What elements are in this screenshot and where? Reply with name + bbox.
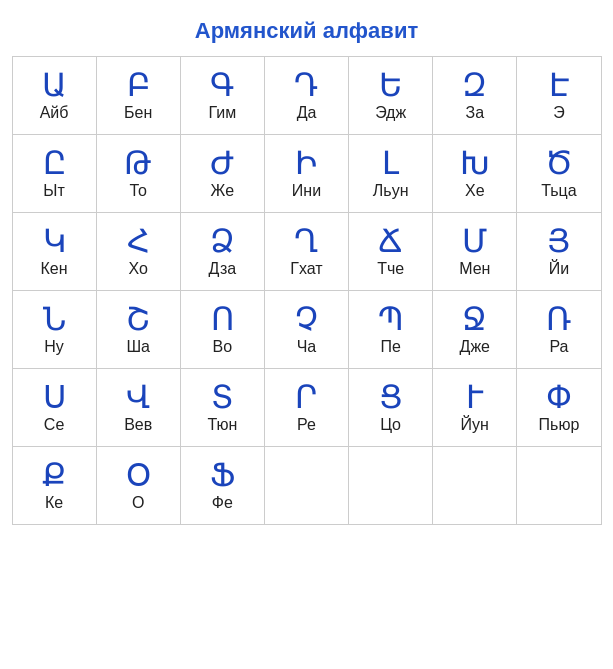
letter-name: Дза [209,259,237,280]
letter-name: Ра [549,337,568,358]
letter-name: Тьца [541,181,576,202]
alphabet-cell: ՑЦо [349,369,433,447]
armenian-char: Թ [124,146,152,181]
armenian-char: Կ [43,224,66,259]
page-title: Армянский алфавит [195,0,418,56]
armenian-char: Ծ [545,146,573,181]
alphabet-cell: ԺЖе [181,135,265,213]
armenian-char: Ռ [546,302,571,337]
alphabet-cell: ՊПе [349,291,433,369]
alphabet-cell: ԿКен [13,213,97,291]
alphabet-cell: ՅЙи [517,213,601,291]
armenian-char: Ղ [294,224,318,259]
alphabet-cell: ԽХе [433,135,517,213]
empty-cell [433,447,517,525]
alphabet-cell: ՓПьюр [517,369,601,447]
alphabet-cell: ԲБен [97,57,181,135]
armenian-char: Յ [547,224,570,259]
alphabet-cell: ՉЧа [265,291,349,369]
empty-cell [349,447,433,525]
letter-name: Кен [41,259,68,280]
armenian-char: Ր [295,380,317,415]
armenian-char: Պ [378,302,404,337]
letter-name: Хо [129,259,148,280]
armenian-char: Ը [43,146,66,181]
letter-name: Фе [212,493,233,514]
armenian-char: Ն [43,302,66,337]
letter-name: Ша [126,337,150,358]
letter-name: Ну [44,337,64,358]
armenian-char: Օ [126,458,151,493]
letter-name: Же [211,181,234,202]
armenian-char: Խ [460,146,490,181]
letter-name: Пе [380,337,400,358]
alphabet-cell: ՀХо [97,213,181,291]
letter-name: Тюн [207,415,237,436]
armenian-char: Դ [294,68,318,103]
letter-name: Э [553,103,565,124]
armenian-char: Ջ [462,302,487,337]
armenian-char: Տ [211,380,234,415]
alphabet-cell: ՎВев [97,369,181,447]
letter-name: Мен [459,259,490,280]
alphabet-cell: ՍСе [13,369,97,447]
empty-cell [517,447,601,525]
armenian-char: Ֆ [210,458,235,493]
letter-name: Ини [292,181,321,202]
alphabet-cell: ՏТюн [181,369,265,447]
letter-name: Цо [380,415,401,436]
alphabet-cell: ՃТче [349,213,433,291]
alphabet-cell: ՖФе [181,447,265,525]
armenian-char: Ս [43,380,66,415]
empty-cell [265,447,349,525]
armenian-char: Վ [126,380,150,415]
letter-name: Пьюр [539,415,580,436]
armenian-char: Ո [211,302,234,337]
letter-name: Ке [45,493,63,514]
armenian-char: Ի [295,146,317,181]
alphabet-cell: ՐРе [265,369,349,447]
alphabet-cell: ՂГхат [265,213,349,291]
alphabet-cell: ԾТьца [517,135,601,213]
armenian-char: Չ [295,302,318,337]
alphabet-cell: ԻИни [265,135,349,213]
alphabet-cell: ՋДже [433,291,517,369]
armenian-char: Է [549,68,569,103]
alphabet-cell: ԱАйб [13,57,97,135]
letter-name: Эдж [375,103,406,124]
armenian-char: Ձ [210,224,235,259]
armenian-char: Գ [210,68,234,103]
letter-name: Гхат [290,259,322,280]
letter-name: О [132,493,144,514]
letter-name: Вев [124,415,152,436]
letter-name: Дже [460,337,490,358]
alphabet-cell: ՌРа [517,291,601,369]
armenian-char: Ա [42,68,67,103]
armenian-char: Բ [127,68,150,103]
letter-name: Во [213,337,233,358]
alphabet-cell: ՕО [97,447,181,525]
letter-name: То [130,181,147,202]
alphabet-cell: ՄМен [433,213,517,291]
alphabet-cell: ԴДа [265,57,349,135]
letter-name: Бен [124,103,152,124]
alphabet-cell: ԹТо [97,135,181,213]
alphabet-cell: ԵЭдж [349,57,433,135]
alphabet-cell: ՁДза [181,213,265,291]
letter-name: Ре [297,415,316,436]
letter-name: Айб [40,103,69,124]
alphabet-cell: ԸЫт [13,135,97,213]
letter-name: За [465,103,484,124]
letter-name: Да [297,103,317,124]
armenian-char: Փ [546,380,572,415]
letter-name: Ыт [43,181,65,202]
armenian-char: Ւ [466,380,483,415]
letter-name: Льун [373,181,409,202]
letter-name: Тче [377,259,404,280]
armenian-char: Ճ [378,224,403,259]
alphabet-cell: ՆНу [13,291,97,369]
armenian-char: Ժ [210,146,234,181]
letter-name: Се [44,415,64,436]
armenian-char: Ց [379,380,403,415]
alphabet-cell: ՇШа [97,291,181,369]
